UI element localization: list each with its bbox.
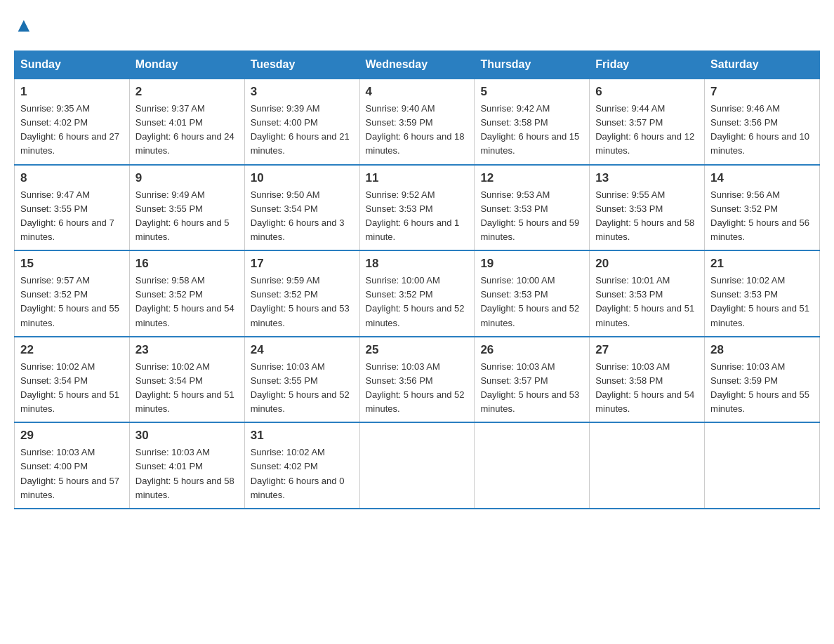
day-number: 14 [710,171,814,185]
day-cell [705,422,820,509]
day-info: Sunrise: 9:56 AMSunset: 3:52 PMDaylight:… [710,188,814,245]
day-number: 8 [20,171,124,185]
day-number: 9 [135,171,239,185]
day-cell: 5Sunrise: 9:42 AMSunset: 3:58 PMDaylight… [475,79,590,165]
day-number: 3 [251,85,354,99]
day-info: Sunrise: 9:50 AMSunset: 3:54 PMDaylight:… [251,188,354,245]
day-cell: 12Sunrise: 9:53 AMSunset: 3:53 PMDayligh… [475,165,590,251]
day-number: 26 [480,343,583,357]
day-number: 24 [251,343,354,357]
day-cell [590,422,705,509]
day-number: 19 [480,257,583,271]
day-info: Sunrise: 10:03 AMSunset: 3:59 PMDaylight… [710,360,814,417]
day-info: Sunrise: 9:53 AMSunset: 3:53 PMDaylight:… [480,188,583,245]
day-number: 30 [135,429,239,443]
page-header: ▲ [14,14,820,36]
day-info: Sunrise: 9:52 AMSunset: 3:53 PMDaylight:… [366,188,469,245]
day-cell: 16Sunrise: 9:58 AMSunset: 3:52 PMDayligh… [129,250,244,337]
calendar-header-row: SundayMondayTuesdayWednesdayThursdayFrid… [15,51,820,79]
day-number: 21 [710,257,814,271]
day-cell: 27Sunrise: 10:03 AMSunset: 3:58 PMDaylig… [590,337,705,423]
week-row-4: 22Sunrise: 10:02 AMSunset: 3:54 PMDaylig… [15,337,820,423]
calendar-table: SundayMondayTuesdayWednesdayThursdayFrid… [14,51,820,509]
day-cell: 3Sunrise: 9:39 AMSunset: 4:00 PMDaylight… [244,79,359,165]
logo: ▲ [14,14,34,36]
day-info: Sunrise: 10:00 AMSunset: 3:53 PMDaylight… [480,274,583,330]
day-cell: 7Sunrise: 9:46 AMSunset: 3:56 PMDaylight… [705,79,820,165]
header-thursday: Thursday [475,51,590,79]
day-cell: 2Sunrise: 9:37 AMSunset: 4:01 PMDaylight… [129,79,244,165]
day-info: Sunrise: 9:44 AMSunset: 3:57 PMDaylight:… [595,102,699,159]
day-number: 1 [20,85,124,99]
day-info: Sunrise: 9:39 AMSunset: 4:00 PMDaylight:… [251,102,354,159]
day-cell: 15Sunrise: 9:57 AMSunset: 3:52 PMDayligh… [15,250,130,337]
day-number: 18 [366,257,469,271]
day-info: Sunrise: 9:57 AMSunset: 3:52 PMDaylight:… [20,274,124,330]
day-cell: 29Sunrise: 10:03 AMSunset: 4:00 PMDaylig… [15,422,130,509]
day-cell: 23Sunrise: 10:02 AMSunset: 3:54 PMDaylig… [129,337,244,423]
day-number: 13 [595,171,699,185]
day-cell [359,422,475,509]
day-info: Sunrise: 9:58 AMSunset: 3:52 PMDaylight:… [135,274,239,330]
day-number: 7 [710,85,814,99]
day-number: 11 [366,171,469,185]
header-wednesday: Wednesday [359,51,475,79]
day-number: 28 [710,343,814,357]
day-number: 16 [135,257,239,271]
day-info: Sunrise: 9:40 AMSunset: 3:59 PMDaylight:… [366,102,469,159]
week-row-1: 1Sunrise: 9:35 AMSunset: 4:02 PMDaylight… [15,79,820,165]
day-cell: 26Sunrise: 10:03 AMSunset: 3:57 PMDaylig… [475,337,590,423]
day-number: 4 [366,85,469,99]
day-info: Sunrise: 9:37 AMSunset: 4:01 PMDaylight:… [135,102,239,159]
day-info: Sunrise: 9:55 AMSunset: 3:53 PMDaylight:… [595,188,699,245]
day-info: Sunrise: 10:02 AMSunset: 3:53 PMDaylight… [710,274,814,330]
day-info: Sunrise: 10:02 AMSunset: 3:54 PMDaylight… [135,360,239,417]
day-info: Sunrise: 9:46 AMSunset: 3:56 PMDaylight:… [710,102,814,159]
day-info: Sunrise: 9:47 AMSunset: 3:55 PMDaylight:… [20,188,124,245]
day-info: Sunrise: 10:03 AMSunset: 3:55 PMDaylight… [251,360,354,417]
logo-blue-text: ▲ [14,14,34,36]
day-number: 17 [251,257,354,271]
day-cell: 18Sunrise: 10:00 AMSunset: 3:52 PMDaylig… [359,250,475,337]
day-cell: 1Sunrise: 9:35 AMSunset: 4:02 PMDaylight… [15,79,130,165]
day-number: 23 [135,343,239,357]
week-row-5: 29Sunrise: 10:03 AMSunset: 4:00 PMDaylig… [15,422,820,509]
day-cell: 20Sunrise: 10:01 AMSunset: 3:53 PMDaylig… [590,250,705,337]
header-tuesday: Tuesday [244,51,359,79]
day-number: 10 [251,171,354,185]
day-number: 5 [480,85,583,99]
day-cell: 11Sunrise: 9:52 AMSunset: 3:53 PMDayligh… [359,165,475,251]
day-number: 15 [20,257,124,271]
day-cell: 30Sunrise: 10:03 AMSunset: 4:01 PMDaylig… [129,422,244,509]
day-cell: 22Sunrise: 10:02 AMSunset: 3:54 PMDaylig… [15,337,130,423]
day-number: 27 [595,343,699,357]
day-cell: 28Sunrise: 10:03 AMSunset: 3:59 PMDaylig… [705,337,820,423]
day-info: Sunrise: 10:03 AMSunset: 4:00 PMDaylight… [20,445,124,502]
day-info: Sunrise: 9:59 AMSunset: 3:52 PMDaylight:… [251,274,354,330]
day-cell: 24Sunrise: 10:03 AMSunset: 3:55 PMDaylig… [244,337,359,423]
day-info: Sunrise: 9:35 AMSunset: 4:02 PMDaylight:… [20,102,124,159]
day-cell: 10Sunrise: 9:50 AMSunset: 3:54 PMDayligh… [244,165,359,251]
day-number: 22 [20,343,124,357]
day-cell [475,422,590,509]
day-number: 20 [595,257,699,271]
day-number: 29 [20,429,124,443]
day-cell: 25Sunrise: 10:03 AMSunset: 3:56 PMDaylig… [359,337,475,423]
day-number: 12 [480,171,583,185]
day-cell: 13Sunrise: 9:55 AMSunset: 3:53 PMDayligh… [590,165,705,251]
day-cell: 21Sunrise: 10:02 AMSunset: 3:53 PMDaylig… [705,250,820,337]
header-saturday: Saturday [705,51,820,79]
day-number: 25 [366,343,469,357]
day-number: 31 [251,429,354,443]
day-cell: 17Sunrise: 9:59 AMSunset: 3:52 PMDayligh… [244,250,359,337]
day-info: Sunrise: 10:01 AMSunset: 3:53 PMDaylight… [595,274,699,330]
day-cell: 9Sunrise: 9:49 AMSunset: 3:55 PMDaylight… [129,165,244,251]
header-friday: Friday [590,51,705,79]
day-info: Sunrise: 10:03 AMSunset: 3:58 PMDaylight… [595,360,699,417]
header-sunday: Sunday [15,51,130,79]
day-info: Sunrise: 10:02 AMSunset: 4:02 PMDaylight… [251,445,354,502]
day-cell: 8Sunrise: 9:47 AMSunset: 3:55 PMDaylight… [15,165,130,251]
day-info: Sunrise: 9:42 AMSunset: 3:58 PMDaylight:… [480,102,583,159]
day-cell: 4Sunrise: 9:40 AMSunset: 3:59 PMDaylight… [359,79,475,165]
day-info: Sunrise: 10:03 AMSunset: 4:01 PMDaylight… [135,445,239,502]
